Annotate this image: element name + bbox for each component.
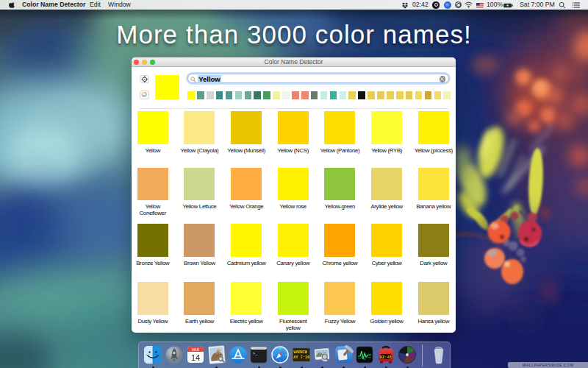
svg-text:>_: >_ <box>253 351 259 356</box>
svg-text:14: 14 <box>191 353 200 362</box>
svg-text:AY 7:36: AY 7:36 <box>293 355 309 360</box>
svg-text:WARNIN: WARNIN <box>293 350 307 355</box>
svg-text:02:41: 02:41 <box>380 355 392 360</box>
svg-text:MAR: MAR <box>192 348 200 352</box>
